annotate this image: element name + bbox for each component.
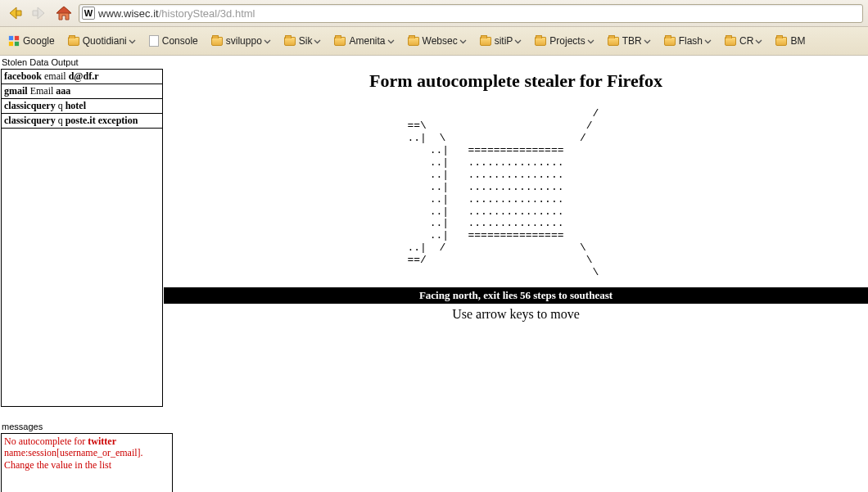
stolen-data-cell: facebook email d@df.r — [2, 70, 163, 84]
chevron-down-icon — [459, 38, 467, 45]
chevron-down-icon — [264, 38, 271, 45]
folder-icon — [284, 37, 296, 46]
folder-icon — [408, 37, 419, 46]
table-row: facebook email d@df.r — [2, 70, 163, 84]
bookmark-websec[interactable]: Websec — [403, 33, 472, 49]
site-favicon: W — [82, 7, 95, 20]
bookmark-label: Quotidiani — [83, 35, 127, 47]
bookmark-label: BM — [790, 35, 805, 47]
svg-rect-2 — [9, 42, 13, 46]
bookmark-label: Console — [162, 35, 198, 47]
url-text: www.wisec.it/historySteal/3d.html — [98, 7, 255, 20]
svg-rect-1 — [15, 36, 19, 40]
url-bar[interactable]: W www.wisec.it/historySteal/3d.html — [79, 4, 863, 23]
chevron-down-icon — [704, 38, 712, 45]
chevron-down-icon — [314, 38, 321, 45]
folder-icon — [725, 37, 736, 46]
chevron-down-icon — [129, 38, 136, 45]
table-row: classicquery q poste.it exception — [2, 114, 163, 129]
bookmark-label: Amenita — [349, 35, 385, 47]
chevron-down-icon — [587, 38, 594, 45]
folder-icon — [211, 37, 223, 46]
back-button[interactable] — [5, 3, 25, 23]
forward-button[interactable] — [29, 3, 49, 23]
stolen-data-empty-area — [1, 129, 163, 407]
folder-icon — [480, 37, 491, 46]
message-text: No autocomplete for twitter name:session… — [2, 434, 172, 472]
messages-heading: messages — [0, 420, 164, 433]
bookmark-sviluppo[interactable]: sviluppo — [206, 33, 276, 49]
stolen-data-cell: classicquery q hotel — [2, 99, 163, 114]
home-button[interactable] — [54, 3, 74, 23]
folder-icon — [664, 37, 676, 46]
chevron-down-icon — [644, 38, 651, 45]
chevron-down-icon — [514, 38, 522, 45]
page-content: Stolen Data Output facebook email d@df.r… — [0, 56, 868, 492]
chevron-down-icon — [387, 38, 395, 45]
instructions-text: Use arrow keys to move — [164, 307, 868, 322]
svg-rect-0 — [9, 36, 13, 40]
svg-rect-3 — [15, 42, 19, 46]
bookmark-quotidiani[interactable]: Quotidiani — [63, 33, 141, 49]
bookmarks-bar: GoogleQuotidianiConsolesviluppoSikAmenit… — [0, 27, 868, 56]
bookmark-bm[interactable]: BM — [771, 33, 810, 49]
stolen-data-cell: gmail Email aaa — [2, 84, 163, 99]
bookmark-flash[interactable]: Flash — [659, 33, 717, 49]
folder-icon — [68, 37, 79, 46]
bookmark-label: sitiP — [495, 35, 513, 47]
table-row: classicquery q hotel — [2, 99, 163, 114]
main-area: Form autocomplete stealer for Firefox / … — [164, 56, 868, 322]
bookmark-label: TBR — [622, 35, 642, 47]
bookmark-label: Sik — [299, 35, 313, 47]
stolen-data-table: facebook email d@df.rgmail Email aaaclas… — [1, 69, 163, 129]
folder-icon — [535, 37, 546, 46]
bookmark-console[interactable]: Console — [144, 33, 203, 49]
bookmark-label: Projects — [549, 35, 585, 47]
ascii-map: / ==\ / ..| \ / ..| =============== ..| … — [164, 108, 868, 279]
left-column: Stolen Data Output facebook email d@df.r… — [0, 56, 164, 492]
bookmark-label: Websec — [423, 35, 458, 47]
bookmark-cr[interactable]: CR — [720, 33, 767, 49]
google-icon — [8, 35, 20, 47]
browser-nav-toolbar: W www.wisec.it/historySteal/3d.html — [0, 0, 868, 27]
bookmark-label: CR — [739, 35, 753, 47]
messages-box: No autocomplete for twitter name:session… — [1, 433, 173, 492]
folder-icon — [334, 37, 346, 46]
bookmark-sik[interactable]: Sik — [279, 33, 327, 49]
bookmark-google[interactable]: Google — [3, 33, 60, 49]
page-title: Form autocomplete stealer for Firefox — [164, 70, 868, 92]
bookmark-label: Google — [23, 35, 55, 47]
status-bar: Facing north, exit lies 56 steps to sout… — [164, 287, 868, 304]
bookmark-label: Flash — [679, 35, 703, 47]
bookmark-sitip[interactable]: sitiP — [475, 33, 527, 49]
bookmark-tbr[interactable]: TBR — [603, 33, 656, 49]
stolen-data-cell: classicquery q poste.it exception — [2, 114, 163, 129]
bookmark-label: sviluppo — [226, 35, 262, 47]
page-icon — [149, 35, 159, 47]
bookmark-amenita[interactable]: Amenita — [329, 33, 399, 49]
bookmark-projects[interactable]: Projects — [530, 33, 599, 49]
chevron-down-icon — [755, 38, 762, 45]
table-row: gmail Email aaa — [2, 84, 163, 99]
folder-icon — [608, 37, 619, 46]
stolen-data-heading: Stolen Data Output — [0, 56, 164, 69]
folder-icon — [775, 37, 787, 46]
